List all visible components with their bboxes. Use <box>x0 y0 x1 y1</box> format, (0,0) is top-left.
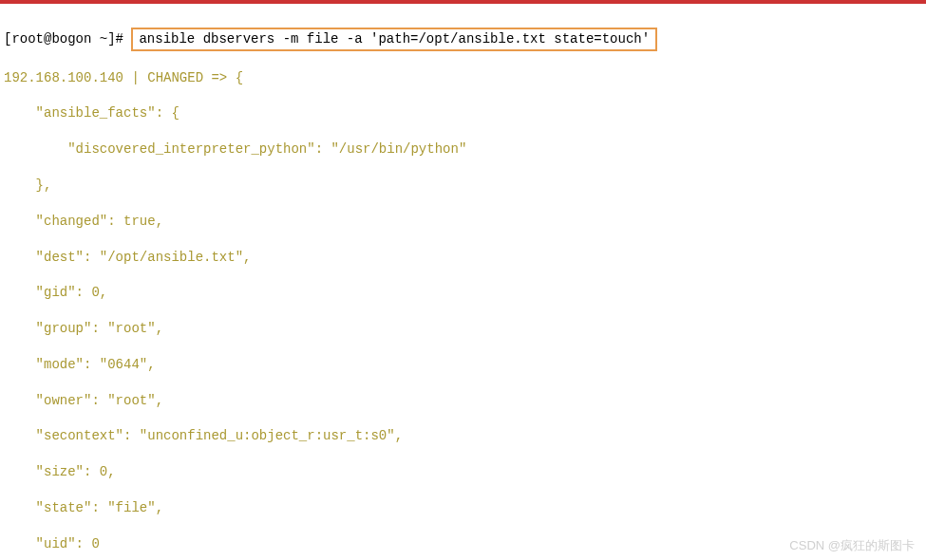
ansible-output-line: "state": "file", <box>4 499 922 517</box>
window-titlebar <box>0 0 926 4</box>
ansible-output-line: }, <box>4 177 922 195</box>
ansible-output-line: "size": 0, <box>4 463 922 481</box>
ansible-output-line: "discovered_interpreter_python": "/usr/b… <box>4 140 922 159</box>
terminal-output[interactable]: [root@bogon ~]# ansible dbservers -m fil… <box>4 4 922 560</box>
ansible-output-line: "mode": "0644", <box>4 356 922 374</box>
ansible-output-line: 192.168.100.140 | CHANGED => { <box>4 69 922 87</box>
ansible-output-line: "owner": "root", <box>4 392 922 410</box>
ansible-output-line: "uid": 0 <box>4 535 922 553</box>
ansible-output-line: "dest": "/opt/ansible.txt", <box>4 249 922 267</box>
ansible-output-line: "ansible_facts": { <box>4 104 922 122</box>
prompt-line-1: [root@bogon ~]# ansible dbservers -m fil… <box>4 28 922 51</box>
ansible-output-line: "gid": 0, <box>4 284 922 302</box>
ansible-output-line: "secontext": "unconfined_u:object_r:usr_… <box>4 427 922 445</box>
prompt-prefix: [root@bogon ~]# <box>4 31 131 47</box>
ansible-output-line: "changed": true, <box>4 213 922 231</box>
csdn-watermark: CSDN @疯狂的斯图卡 <box>789 537 915 554</box>
command-text-1: ansible dbservers -m file -a 'path=/opt/… <box>139 31 650 47</box>
highlighted-command-1: ansible dbservers -m file -a 'path=/opt/… <box>131 28 657 51</box>
ansible-output-line: "group": "root", <box>4 320 922 338</box>
